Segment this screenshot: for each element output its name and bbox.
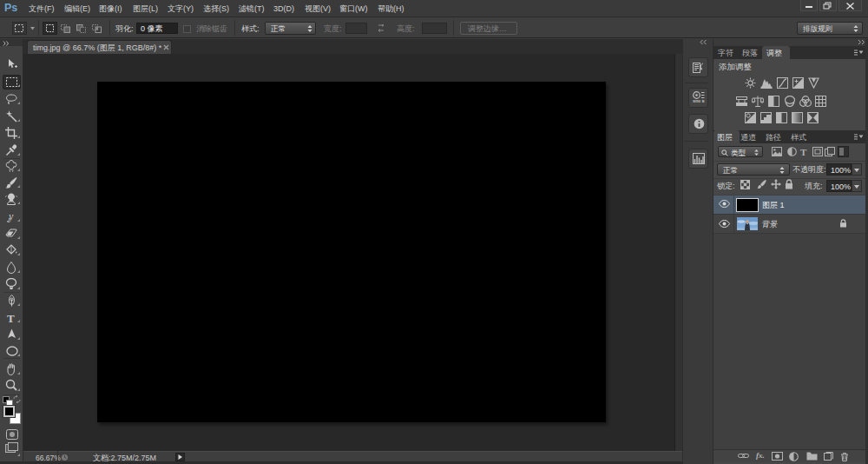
svg-text:y: y <box>8 210 14 222</box>
